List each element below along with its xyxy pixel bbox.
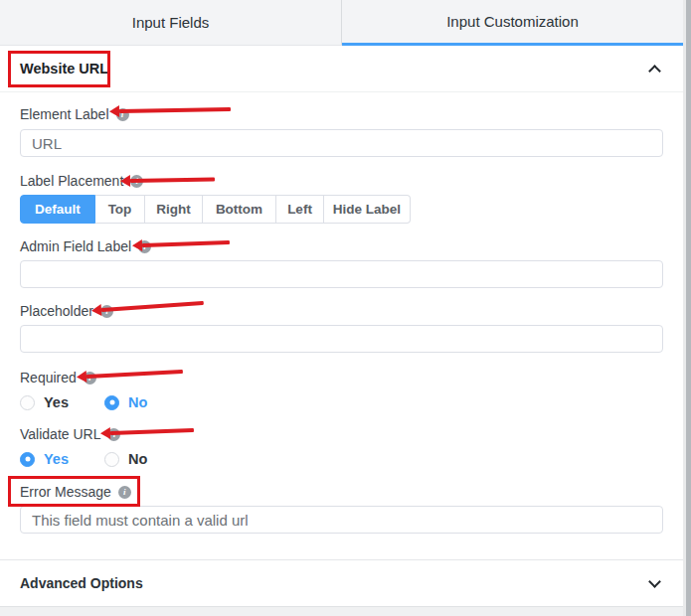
section-header-website-url[interactable]: Website URL <box>0 46 683 92</box>
placement-button-bottom[interactable]: Bottom <box>203 195 276 224</box>
info-icon[interactable]: i <box>118 486 131 499</box>
placeholder-input[interactable] <box>20 325 663 353</box>
input-customization-panel: Input Fields Input Customization Website… <box>0 0 691 616</box>
info-icon[interactable]: i <box>116 108 129 121</box>
radio-checked-icon[interactable] <box>104 395 119 410</box>
validate-url-label-text: Validate URL <box>20 426 100 442</box>
validate-url-option-yes[interactable]: Yes <box>20 451 69 467</box>
chevron-up-icon[interactable] <box>648 65 661 77</box>
placement-button-default[interactable]: Default <box>20 195 95 224</box>
info-icon[interactable]: i <box>138 240 151 253</box>
element-label-text: Element Label <box>20 106 109 122</box>
scrollbar[interactable] <box>683 0 691 616</box>
info-icon[interactable]: i <box>100 305 113 318</box>
label-placement-text: Label Placement <box>20 173 123 189</box>
required-label-text: Required <box>20 370 77 385</box>
validate-url-row: Validate URL i <box>20 425 663 443</box>
info-icon[interactable]: i <box>130 175 143 188</box>
placeholder-label-text: Placeholder <box>20 303 93 319</box>
required-option-yes[interactable]: Yes <box>20 394 69 410</box>
settings-form: Element Label i Label Placement i Defaul… <box>0 92 683 534</box>
radio-label: No <box>128 451 147 467</box>
error-message-row: Error Message i <box>20 483 663 501</box>
radio-label: No <box>128 394 147 410</box>
placement-button-top[interactable]: Top <box>95 195 145 224</box>
element-label-row: Element Label i <box>20 105 663 123</box>
admin-field-label-text: Admin Field Label <box>20 238 131 254</box>
advanced-options-title: Advanced Options <box>20 575 143 591</box>
info-icon[interactable]: i <box>84 372 96 385</box>
tab-input-customization[interactable]: Input Customization <box>342 0 683 46</box>
error-message-label-text: Error Message <box>20 484 111 500</box>
element-label-input[interactable] <box>20 129 663 157</box>
radio-label: Yes <box>44 451 69 467</box>
placement-button-hide-label[interactable]: Hide Label <box>324 195 411 224</box>
section-header-advanced-options[interactable]: Advanced Options <box>0 559 683 606</box>
admin-field-label-row: Admin Field Label i <box>20 237 663 255</box>
chevron-down-icon[interactable] <box>648 575 661 588</box>
error-message-input[interactable] <box>20 506 663 534</box>
info-icon[interactable]: i <box>107 428 120 441</box>
section-title: Website URL <box>20 61 108 77</box>
radio-checked-icon[interactable] <box>20 452 35 467</box>
validate-url-option-no[interactable]: No <box>104 451 147 467</box>
placement-button-left[interactable]: Left <box>276 195 324 224</box>
tab-input-fields[interactable]: Input Fields <box>0 0 342 46</box>
validate-url-radio-group: Yes No <box>20 450 663 468</box>
label-placement-button-group: Default Top Right Bottom Left Hide Label <box>20 195 411 224</box>
panel-footer-strip <box>0 606 683 616</box>
admin-field-label-input[interactable] <box>20 260 663 288</box>
placeholder-row: Placeholder i <box>20 302 663 320</box>
radio-label: Yes <box>44 394 69 410</box>
radio-unchecked-icon[interactable] <box>20 395 35 410</box>
label-placement-row: Label Placement i <box>20 172 663 190</box>
required-row: Required i <box>20 369 663 386</box>
tab-bar: Input Fields Input Customization <box>0 0 683 46</box>
required-radio-group: Yes No <box>20 393 663 411</box>
required-option-no[interactable]: No <box>104 394 147 410</box>
radio-unchecked-icon[interactable] <box>104 452 119 467</box>
placement-button-right[interactable]: Right <box>145 195 203 224</box>
